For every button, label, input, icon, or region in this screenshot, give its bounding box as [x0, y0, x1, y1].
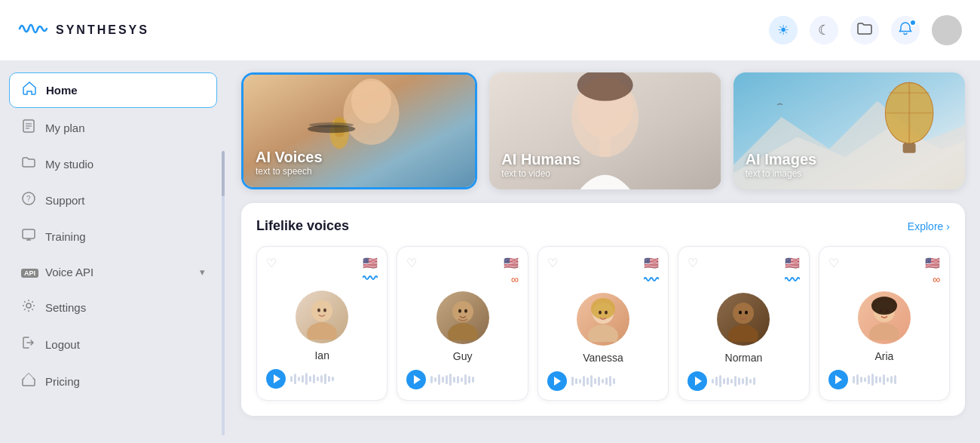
theme-dark-button[interactable]: ☾: [810, 16, 838, 45]
main-content: AI Voices text to speech: [226, 60, 980, 443]
sidebar-scrollbar-thumb[interactable]: [222, 151, 225, 196]
svg-point-33: [311, 300, 332, 321]
logo-icon: [18, 17, 48, 44]
svg-point-9: [26, 303, 31, 308]
play-button-guy[interactable]: [406, 370, 426, 389]
main-layout: Home My plan: [0, 60, 980, 443]
folder-icon: [857, 22, 872, 39]
theme-light-button[interactable]: ☀: [769, 16, 798, 45]
svg-point-47: [739, 311, 742, 315]
sidebar-item-voice-api-label: Voice API: [45, 266, 93, 278]
svg-rect-28: [902, 143, 915, 153]
category-card-ai-voices[interactable]: AI Voices text to speech: [241, 72, 477, 189]
sidebar-item-home-label: Home: [46, 84, 78, 97]
pricing-icon: [21, 373, 36, 390]
voice-name-ian: Ian: [266, 349, 378, 361]
audio-status-guy: ∞: [511, 273, 519, 285]
svg-point-51: [871, 297, 897, 315]
voice-name-vanessa: Vanessa: [547, 352, 659, 364]
heart-icon-ian[interactable]: ♡: [266, 256, 277, 270]
svg-point-12: [351, 78, 391, 123]
heart-icon-norman[interactable]: ♡: [688, 256, 698, 270]
explore-link[interactable]: Explore ›: [908, 220, 950, 232]
waveform-ian: [290, 371, 378, 386]
sidebar-item-voice-api[interactable]: API Voice API ▾: [9, 256, 217, 288]
svg-point-39: [464, 309, 467, 313]
notifications-button[interactable]: [891, 16, 920, 45]
avatar-guy: [436, 291, 489, 344]
folder-button[interactable]: [850, 16, 879, 45]
header-actions: ☀ ☾: [769, 15, 962, 45]
sidebar-item-my-studio-label: My studio: [45, 158, 93, 171]
sidebar-item-settings[interactable]: Settings: [9, 291, 217, 325]
svg-point-53: [886, 309, 889, 313]
svg-point-50: [869, 323, 899, 340]
play-button-ian[interactable]: [266, 369, 286, 389]
flag-ian: 🇺🇸: [363, 256, 378, 270]
voice-card-norman: ♡ 🇺🇸: [678, 246, 809, 401]
sidebar: Home My plan: [0, 60, 226, 411]
sidebar-scrollbar[interactable]: [222, 151, 225, 435]
waveform-norman: [712, 374, 799, 389]
waveform-guy: [430, 372, 518, 387]
voice-card-aria: ♡ 🇺🇸 ∞: [819, 246, 950, 401]
avatar-norman: [717, 293, 770, 346]
svg-point-42: [591, 298, 615, 319]
avatar-vanessa: [577, 293, 629, 346]
svg-point-48: [745, 311, 748, 315]
sidebar-item-pricing[interactable]: Pricing: [9, 365, 217, 398]
home-icon: [22, 82, 37, 99]
waveform-aria: [853, 372, 940, 387]
logout-icon: [21, 336, 36, 353]
ai-images-label: AI Images text to images: [746, 151, 816, 179]
avatar-ian: [296, 291, 348, 343]
category-card-ai-humans[interactable]: AI Humans text to video: [489, 72, 721, 189]
wave-status-norman: [785, 273, 800, 287]
wave-status-ian: [363, 273, 378, 285]
sidebar-item-home[interactable]: Home: [9, 72, 217, 108]
sidebar-item-settings-label: Settings: [45, 301, 86, 314]
heart-icon-guy[interactable]: ♡: [406, 256, 417, 270]
avatar-aria: [858, 291, 911, 344]
sidebar-item-my-studio[interactable]: My studio: [9, 148, 217, 180]
category-card-ai-images[interactable]: AI Images text to images: [733, 72, 965, 189]
voices-section-header: Lifelike voices Explore ›: [256, 218, 950, 234]
svg-point-44: [605, 311, 608, 315]
svg-point-43: [599, 311, 602, 315]
plan-icon: [21, 119, 36, 137]
svg-point-36: [452, 301, 473, 322]
audio-status-aria: ∞: [933, 273, 940, 285]
play-button-aria[interactable]: [828, 370, 848, 389]
svg-point-38: [458, 309, 461, 313]
sidebar-item-training[interactable]: Training: [9, 220, 217, 253]
flag-aria: 🇺🇸: [925, 256, 940, 270]
ai-voices-label: AI Voices text to speech: [256, 149, 323, 177]
play-button-vanessa[interactable]: [547, 371, 567, 391]
api-icon: API: [21, 264, 36, 279]
svg-rect-6: [23, 229, 35, 238]
voices-grid: ♡ 🇺🇸: [256, 246, 950, 401]
moon-icon: ☾: [818, 22, 830, 38]
sidebar-item-logout[interactable]: Logout: [9, 328, 217, 361]
heart-icon-aria[interactable]: ♡: [828, 256, 839, 270]
svg-point-52: [880, 309, 883, 313]
flag-vanessa: 🇺🇸: [644, 256, 659, 270]
user-avatar[interactable]: [932, 15, 962, 45]
sidebar-item-my-plan[interactable]: My plan: [9, 111, 217, 145]
voices-section-title: Lifelike voices: [256, 218, 349, 234]
svg-point-46: [728, 325, 758, 342]
ai-humans-label: AI Humans text to video: [501, 151, 580, 179]
sidebar-item-training-label: Training: [45, 230, 86, 243]
flag-norman: 🇺🇸: [785, 256, 800, 270]
heart-icon-vanessa[interactable]: ♡: [547, 256, 558, 270]
sidebar-item-support[interactable]: ? Support: [9, 183, 217, 217]
play-triangle-ian: [274, 374, 280, 383]
svg-point-41: [588, 325, 618, 342]
play-button-norman[interactable]: [688, 371, 707, 391]
app-title: SYNTHESYS: [56, 23, 149, 37]
sidebar-item-pricing-label: Pricing: [45, 375, 80, 388]
header: SYNTHESYS ☀ ☾: [0, 0, 980, 60]
category-cards: AI Voices text to speech: [241, 72, 965, 189]
support-icon: ?: [21, 192, 36, 209]
svg-text:?: ?: [26, 195, 31, 203]
